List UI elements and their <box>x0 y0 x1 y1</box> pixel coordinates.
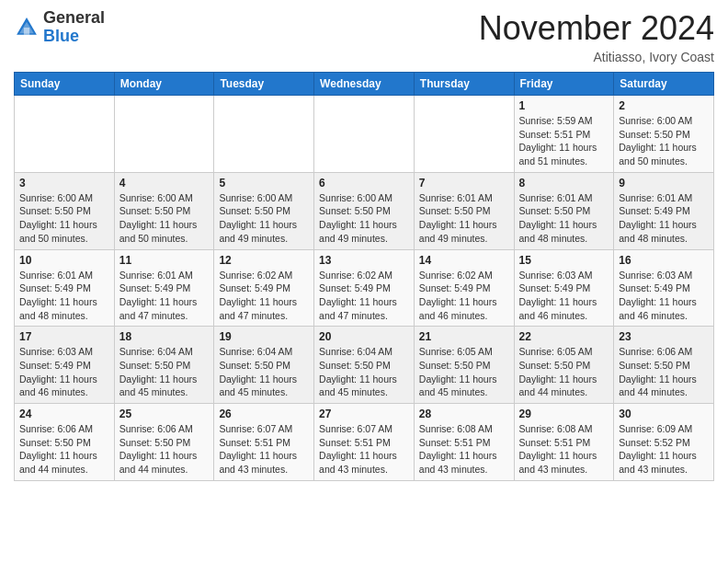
day-info: Sunrise: 6:00 AMSunset: 5:50 PMDaylight:… <box>219 191 309 246</box>
day-info: Sunrise: 6:02 AMSunset: 5:49 PMDaylight:… <box>419 269 509 323</box>
day-number: 19 <box>219 330 309 343</box>
day-number: 2 <box>619 99 709 112</box>
table-row <box>15 96 115 173</box>
day-number: 4 <box>119 177 210 190</box>
page: General Blue November 2024 Atitiasso, Iv… <box>0 0 728 495</box>
day-number: 23 <box>619 330 709 343</box>
table-row: 1Sunrise: 5:59 AMSunset: 5:51 PMDaylight… <box>514 96 614 173</box>
table-row: 17Sunrise: 6:03 AMSunset: 5:49 PMDayligh… <box>15 327 115 404</box>
day-number: 24 <box>19 408 109 420</box>
day-number: 22 <box>519 330 609 343</box>
day-info: Sunrise: 6:06 AMSunset: 5:50 PMDaylight:… <box>619 345 709 399</box>
day-number: 11 <box>119 254 210 267</box>
day-number: 14 <box>419 254 509 267</box>
day-number: 26 <box>219 408 309 420</box>
table-row: 8Sunrise: 6:01 AMSunset: 5:50 PMDaylight… <box>514 172 614 249</box>
table-row: 20Sunrise: 6:04 AMSunset: 5:50 PMDayligh… <box>314 327 415 404</box>
day-info: Sunrise: 6:03 AMSunset: 5:49 PMDaylight:… <box>619 269 709 323</box>
table-row: 11Sunrise: 6:01 AMSunset: 5:49 PMDayligh… <box>114 249 214 327</box>
logo-general: General <box>43 8 105 27</box>
title-block: November 2024 Atitiasso, Ivory Coast <box>479 9 714 64</box>
day-number: 8 <box>519 177 609 190</box>
day-number: 7 <box>419 177 509 190</box>
day-number: 9 <box>619 177 709 190</box>
table-row <box>214 96 314 173</box>
day-info: Sunrise: 6:05 AMSunset: 5:50 PMDaylight:… <box>419 345 509 399</box>
table-row: 16Sunrise: 6:03 AMSunset: 5:49 PMDayligh… <box>614 249 714 327</box>
day-number: 13 <box>319 254 409 267</box>
logo-text: General Blue <box>43 9 105 46</box>
day-info: Sunrise: 6:00 AMSunset: 5:50 PMDaylight:… <box>619 114 709 168</box>
day-number: 18 <box>119 330 210 343</box>
day-info: Sunrise: 6:02 AMSunset: 5:49 PMDaylight:… <box>319 269 409 323</box>
day-number: 10 <box>19 254 109 267</box>
day-number: 16 <box>619 254 709 267</box>
day-number: 15 <box>519 254 609 267</box>
weekday-header-sunday: Sunday <box>15 73 115 96</box>
day-number: 1 <box>519 99 609 112</box>
table-row <box>414 96 514 173</box>
calendar-table: SundayMondayTuesdayWednesdayThursdayFrid… <box>14 72 714 481</box>
table-row: 28Sunrise: 6:08 AMSunset: 5:51 PMDayligh… <box>414 404 514 481</box>
table-row: 24Sunrise: 6:06 AMSunset: 5:50 PMDayligh… <box>15 404 115 481</box>
table-row <box>314 96 415 173</box>
day-info: Sunrise: 6:03 AMSunset: 5:49 PMDaylight:… <box>519 269 609 323</box>
svg-rect-2 <box>24 28 29 35</box>
calendar-week-1: 1Sunrise: 5:59 AMSunset: 5:51 PMDaylight… <box>15 96 714 173</box>
table-row: 12Sunrise: 6:02 AMSunset: 5:49 PMDayligh… <box>214 249 314 327</box>
weekday-header-wednesday: Wednesday <box>314 73 415 96</box>
day-number: 5 <box>219 177 309 190</box>
day-info: Sunrise: 6:08 AMSunset: 5:51 PMDaylight:… <box>519 422 609 477</box>
calendar-week-4: 17Sunrise: 6:03 AMSunset: 5:49 PMDayligh… <box>15 327 714 404</box>
day-number: 28 <box>419 408 509 420</box>
day-number: 21 <box>419 330 509 343</box>
month-title: November 2024 <box>479 9 714 48</box>
table-row: 21Sunrise: 6:05 AMSunset: 5:50 PMDayligh… <box>414 327 514 404</box>
table-row: 3Sunrise: 6:00 AMSunset: 5:50 PMDaylight… <box>15 172 115 249</box>
day-number: 27 <box>319 408 409 420</box>
logo-icon <box>14 15 40 40</box>
day-info: Sunrise: 6:00 AMSunset: 5:50 PMDaylight:… <box>19 191 109 246</box>
weekday-header-saturday: Saturday <box>614 73 714 96</box>
table-row: 30Sunrise: 6:09 AMSunset: 5:52 PMDayligh… <box>614 404 714 481</box>
table-row: 6Sunrise: 6:00 AMSunset: 5:50 PMDaylight… <box>314 172 415 249</box>
day-info: Sunrise: 6:03 AMSunset: 5:49 PMDaylight:… <box>19 345 109 399</box>
logo-blue: Blue <box>43 27 79 45</box>
day-number: 29 <box>519 408 609 420</box>
day-info: Sunrise: 6:08 AMSunset: 5:51 PMDaylight:… <box>419 422 509 477</box>
day-number: 20 <box>319 330 409 343</box>
table-row: 7Sunrise: 6:01 AMSunset: 5:50 PMDaylight… <box>414 172 514 249</box>
day-info: Sunrise: 6:07 AMSunset: 5:51 PMDaylight:… <box>319 422 409 477</box>
logo: General Blue <box>14 9 105 46</box>
day-number: 12 <box>219 254 309 267</box>
day-number: 3 <box>19 177 109 190</box>
day-info: Sunrise: 6:06 AMSunset: 5:50 PMDaylight:… <box>119 422 210 477</box>
day-info: Sunrise: 5:59 AMSunset: 5:51 PMDaylight:… <box>519 114 609 168</box>
day-info: Sunrise: 6:01 AMSunset: 5:49 PMDaylight:… <box>619 191 709 246</box>
table-row: 27Sunrise: 6:07 AMSunset: 5:51 PMDayligh… <box>314 404 415 481</box>
calendar-body: 1Sunrise: 5:59 AMSunset: 5:51 PMDaylight… <box>15 96 714 481</box>
day-number: 30 <box>619 408 709 420</box>
table-row <box>114 96 214 173</box>
day-info: Sunrise: 6:00 AMSunset: 5:50 PMDaylight:… <box>119 191 210 246</box>
day-info: Sunrise: 6:06 AMSunset: 5:50 PMDaylight:… <box>19 422 109 477</box>
day-info: Sunrise: 6:04 AMSunset: 5:50 PMDaylight:… <box>319 345 409 399</box>
table-row: 23Sunrise: 6:06 AMSunset: 5:50 PMDayligh… <box>614 327 714 404</box>
day-info: Sunrise: 6:02 AMSunset: 5:49 PMDaylight:… <box>219 269 309 323</box>
table-row: 22Sunrise: 6:05 AMSunset: 5:50 PMDayligh… <box>514 327 614 404</box>
day-info: Sunrise: 6:01 AMSunset: 5:50 PMDaylight:… <box>419 191 509 246</box>
day-info: Sunrise: 6:01 AMSunset: 5:49 PMDaylight:… <box>119 269 210 323</box>
weekday-header-tuesday: Tuesday <box>214 73 314 96</box>
day-info: Sunrise: 6:00 AMSunset: 5:50 PMDaylight:… <box>319 191 409 246</box>
calendar-week-3: 10Sunrise: 6:01 AMSunset: 5:49 PMDayligh… <box>15 249 714 327</box>
table-row: 2Sunrise: 6:00 AMSunset: 5:50 PMDaylight… <box>614 96 714 173</box>
location: Atitiasso, Ivory Coast <box>479 50 714 64</box>
table-row: 29Sunrise: 6:08 AMSunset: 5:51 PMDayligh… <box>514 404 614 481</box>
day-info: Sunrise: 6:01 AMSunset: 5:49 PMDaylight:… <box>19 269 109 323</box>
weekday-header-monday: Monday <box>114 73 214 96</box>
weekday-header-thursday: Thursday <box>414 73 514 96</box>
table-row: 18Sunrise: 6:04 AMSunset: 5:50 PMDayligh… <box>114 327 214 404</box>
table-row: 25Sunrise: 6:06 AMSunset: 5:50 PMDayligh… <box>114 404 214 481</box>
table-row: 26Sunrise: 6:07 AMSunset: 5:51 PMDayligh… <box>214 404 314 481</box>
table-row: 13Sunrise: 6:02 AMSunset: 5:49 PMDayligh… <box>314 249 415 327</box>
